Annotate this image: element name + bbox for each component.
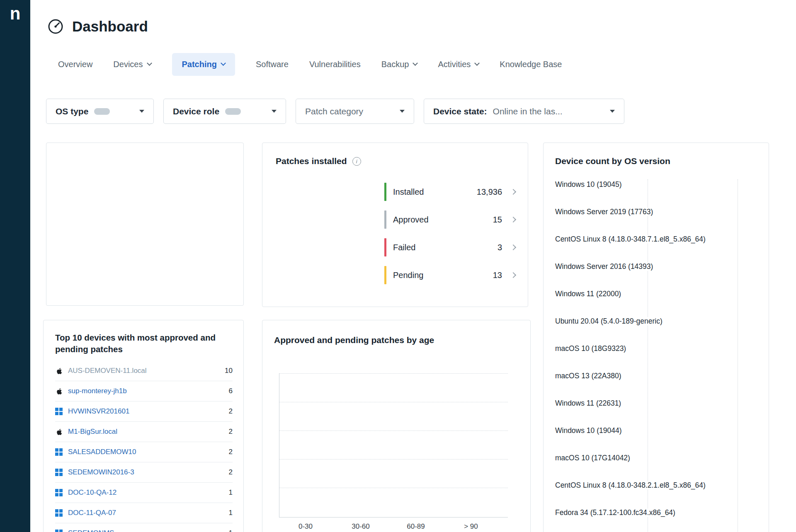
device-link[interactable]: HVWINSVR201601 — [68, 407, 129, 416]
patch-row-approved[interactable]: Approved 15 — [384, 210, 515, 229]
filter-device-state[interactable]: Device state: Online in the las... — [424, 99, 624, 124]
device-link[interactable]: SEDEMOWIN2016-3 — [68, 468, 134, 476]
top-devices-card: Top 10 devices with most approved and pe… — [43, 320, 244, 532]
info-icon[interactable]: i — [352, 157, 361, 166]
device-link[interactable]: sup-monterey-jh1b — [68, 387, 127, 395]
x-axis-tick-label: 0-30 — [298, 522, 313, 531]
patch-status-list: Installed 13,936 Approved 15 Failed 3 Pe… — [384, 183, 515, 294]
card-title: Top 10 devices with most approved and pe… — [55, 332, 221, 355]
filter-label: OS type — [56, 106, 88, 116]
device-link[interactable]: M1-BigSur.local — [68, 428, 117, 436]
os-version-label: Windows 11 (22631) — [555, 399, 762, 426]
patch-status-label: Installed — [393, 187, 424, 197]
chart-gridline — [279, 459, 508, 459]
device-row: sup-monterey-jh1b 6 — [55, 381, 233, 401]
filter-device-role[interactable]: Device role — [163, 99, 286, 124]
device-patch-count: 1 — [229, 488, 233, 497]
tab-activities[interactable]: Activities — [438, 53, 479, 76]
os-version-label: Windows Server 2019 (17763) — [555, 208, 762, 235]
device-row: SALESADDEMOW10 2 — [55, 442, 233, 462]
chart-gridline — [279, 373, 508, 374]
filter-patch-category[interactable]: Patch category — [296, 99, 414, 124]
tab-software[interactable]: Software — [256, 53, 289, 76]
device-link[interactable]: DOC-11-QA-07 — [68, 509, 116, 517]
tab-label: Activities — [438, 60, 471, 69]
tab-patching[interactable]: Patching — [172, 53, 235, 76]
caret-down-icon — [400, 110, 405, 113]
status-color-bar — [384, 183, 386, 201]
brand-logo[interactable]: n — [0, 5, 30, 22]
patch-status-label: Failed — [393, 243, 415, 252]
os-version-label: Ubuntu 20.04 (5.4.0-189-generic) — [555, 317, 762, 344]
tab-vulnerabilities[interactable]: Vulnerabilities — [309, 53, 361, 76]
chevron-right-icon — [510, 189, 516, 195]
os-version-label: Windows Server 2016 (14393) — [555, 262, 762, 290]
page-header: Dashboard — [47, 18, 148, 35]
device-patch-count: 10 — [225, 367, 233, 375]
device-link[interactable]: DOC-10-QA-12 — [68, 488, 116, 497]
device-row: DOC-11-QA-07 1 — [55, 503, 233, 523]
status-color-bar — [384, 238, 386, 256]
patch-status-label: Pending — [393, 271, 423, 280]
status-color-bar — [384, 210, 386, 229]
device-link[interactable]: SEDEMONMS — [68, 529, 114, 532]
filter-label: Device role — [173, 106, 219, 116]
top-devices-list: AUS-DEMOVEN-11.local 10 sup-monterey-jh1… — [55, 361, 233, 532]
patch-row-failed[interactable]: Failed 3 — [384, 238, 515, 256]
tab-overview[interactable]: Overview — [58, 53, 92, 76]
device-patch-count: 1 — [229, 529, 233, 532]
os-version-label: Windows 10 (19044) — [555, 426, 762, 454]
windows-icon — [55, 509, 63, 517]
chevron-down-icon — [413, 60, 418, 66]
filter-label: Patch category — [305, 106, 363, 116]
device-link[interactable]: AUS-DEMOVEN-11.local — [68, 367, 147, 375]
patch-status-count: 13,936 — [477, 187, 502, 197]
tab-label: Vulnerabilities — [309, 60, 361, 69]
device-patch-count: 2 — [229, 448, 233, 456]
os-version-label: CentOS Linux 8 (4.18.0-348.2.1.el8_5.x86… — [555, 481, 762, 508]
patch-status-count: 3 — [498, 243, 502, 252]
tab-backup[interactable]: Backup — [381, 53, 417, 76]
dashboard-gauge-icon — [47, 18, 64, 35]
empty-widget-card — [46, 143, 244, 306]
patch-row-pending[interactable]: Pending 13 — [384, 266, 515, 284]
card-title: Device count by OS version — [555, 156, 670, 166]
tab-label: Knowledge Base — [500, 60, 562, 69]
device-patch-count: 2 — [229, 428, 233, 436]
device-patch-count: 2 — [229, 468, 233, 476]
filter-bar: OS type Device role Patch category Devic… — [46, 99, 624, 124]
chart-gridline — [279, 430, 508, 431]
card-title: Patches installed — [276, 156, 347, 166]
age-chart-plot-area — [279, 373, 508, 517]
patch-row-installed[interactable]: Installed 13,936 — [384, 183, 515, 201]
chevron-right-icon — [510, 217, 516, 222]
caret-down-icon — [610, 110, 615, 113]
os-version-label: Fedora 34 (5.17.12-100.fc34.x86_64) — [555, 508, 762, 532]
chart-gridline — [279, 488, 508, 488]
os-version-label: macOS 10 (17G14042) — [555, 454, 762, 481]
device-link[interactable]: SALESADDEMOW10 — [68, 448, 136, 456]
os-version-list: Windows 10 (19045) Windows Server 2019 (… — [555, 180, 762, 532]
device-count-by-os-card: Device count by OS version Windows 10 (1… — [543, 143, 769, 532]
device-row: HVWINSVR201601 2 — [55, 401, 233, 422]
device-row: AUS-DEMOVEN-11.local 10 — [55, 361, 233, 381]
device-row: M1-BigSur.local 2 — [55, 422, 233, 442]
tab-label: Overview — [58, 60, 92, 69]
x-axis-tick-label: 60-89 — [407, 522, 425, 531]
device-row: DOC-10-QA-12 1 — [55, 483, 233, 503]
apple-icon — [55, 428, 63, 435]
filter-os-type[interactable]: OS type — [46, 99, 154, 124]
tab-label: Software — [256, 60, 289, 69]
tab-label: Devices — [113, 60, 143, 69]
os-version-label: CentOS Linux 8 (4.18.0-348.7.1.el8_5.x86… — [555, 235, 762, 262]
card-title: Approved and pending patches by age — [274, 335, 434, 345]
chevron-down-icon — [147, 60, 152, 66]
age-chart-x-axis: 0-30 30-60 60-89 > 90 — [279, 522, 508, 532]
windows-icon — [55, 448, 63, 456]
os-version-label: macOS 13 (22A380) — [555, 372, 762, 399]
tab-devices[interactable]: Devices — [113, 53, 151, 76]
tab-knowledge-base[interactable]: Knowledge Base — [500, 53, 562, 76]
chevron-down-icon — [221, 60, 226, 66]
chart-gridline — [279, 402, 508, 402]
filter-label: Device state: — [433, 106, 487, 116]
